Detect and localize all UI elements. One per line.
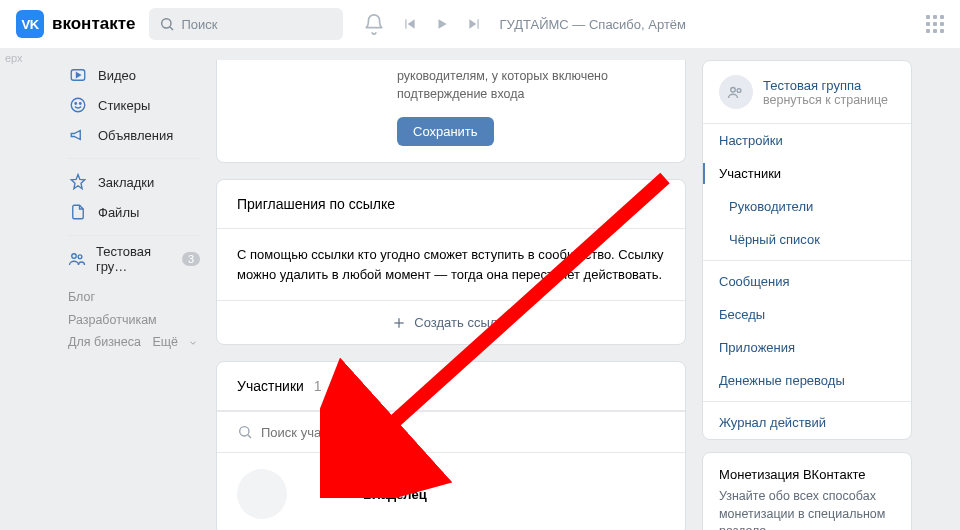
top-header: VK вконтакте Поиск ГУДТАЙМС — Спасибо, А… bbox=[0, 0, 960, 48]
nav-item-stickers[interactable]: Стикеры bbox=[68, 90, 200, 120]
save-button[interactable]: Сохранить bbox=[397, 117, 494, 146]
global-search[interactable]: Поиск bbox=[149, 8, 343, 40]
rp-header[interactable]: Тестовая группа вернуться к странице bbox=[703, 61, 911, 124]
member-row: Владелец bbox=[217, 452, 685, 530]
nav-item-test-group[interactable]: Тестовая гру… 3 bbox=[68, 244, 200, 274]
rp-separator bbox=[703, 260, 911, 261]
members-search-row bbox=[217, 411, 685, 452]
brand-text[interactable]: вконтакте bbox=[52, 14, 135, 34]
svg-point-6 bbox=[72, 254, 77, 259]
nav-label: Стикеры bbox=[98, 98, 150, 113]
card-members: Участники 1 Владелец bbox=[216, 361, 686, 530]
back-to-page[interactable]: вернуться к странице bbox=[763, 93, 888, 107]
rp-menu-log[interactable]: Журнал действий bbox=[703, 406, 911, 439]
rp-menu-messages[interactable]: Сообщения bbox=[703, 265, 911, 298]
page-layout: Видео Стикеры Объявления Закладки Файлы … bbox=[0, 48, 960, 530]
ghost-text: ерх bbox=[5, 52, 23, 64]
members-title-text: Участники bbox=[237, 378, 304, 394]
rp-menu-chats[interactable]: Беседы bbox=[703, 298, 911, 331]
notice-text: руководителям, у которых включено подтве… bbox=[397, 68, 665, 117]
nav-label: Видео bbox=[98, 68, 136, 83]
bell-icon[interactable] bbox=[363, 13, 385, 35]
rp-separator bbox=[703, 401, 911, 402]
svg-point-3 bbox=[71, 98, 85, 112]
monetization-card: Монетизация ВКонтакте Узнайте обо всех с… bbox=[702, 452, 912, 530]
svg-point-4 bbox=[75, 103, 77, 105]
nav-item-video[interactable]: Видео bbox=[68, 60, 200, 90]
plus-icon bbox=[392, 316, 406, 330]
svg-point-5 bbox=[80, 103, 82, 105]
right-sidebar: Тестовая группа вернуться к странице Нас… bbox=[702, 60, 912, 530]
rp-menu-managers[interactable]: Руководители bbox=[703, 190, 911, 223]
footer-link-blog[interactable]: Блог bbox=[68, 290, 95, 304]
rp-menu-transfers[interactable]: Денежные переводы bbox=[703, 364, 911, 397]
prev-track-icon[interactable] bbox=[403, 17, 417, 31]
nav-label: Тестовая гру… bbox=[96, 244, 172, 274]
rp-menu-members[interactable]: Участники bbox=[703, 157, 911, 190]
member-avatar[interactable] bbox=[237, 469, 287, 519]
nav-label: Закладки bbox=[98, 175, 154, 190]
members-card-title: Участники 1 bbox=[217, 362, 685, 411]
search-icon bbox=[237, 424, 253, 440]
footer-link-more[interactable]: Ещё bbox=[152, 335, 178, 349]
next-track-icon[interactable] bbox=[467, 17, 481, 31]
megaphone-icon bbox=[68, 125, 88, 145]
svg-point-12 bbox=[731, 88, 736, 93]
nav-item-files[interactable]: Файлы bbox=[68, 197, 200, 227]
invite-card-body: С помощью ссылки кто угодно сможет вступ… bbox=[217, 229, 685, 300]
search-placeholder: Поиск bbox=[181, 17, 217, 32]
rp-menu: Настройки Участники Руководители Чёрный … bbox=[703, 124, 911, 439]
nav-separator bbox=[68, 158, 200, 159]
star-icon bbox=[68, 172, 88, 192]
nav-label: Объявления bbox=[98, 128, 173, 143]
create-link-button[interactable]: Создать ссылку bbox=[217, 300, 685, 344]
video-icon bbox=[68, 65, 88, 85]
group-icon bbox=[68, 249, 86, 269]
card-confirm-admin: руководителям, у которых включено подтве… bbox=[216, 60, 686, 163]
card-invite-link: Приглашения по ссылке С помощью ссылки к… bbox=[216, 179, 686, 345]
nav-item-ads[interactable]: Объявления bbox=[68, 120, 200, 150]
main-content: руководителям, у которых включено подтве… bbox=[216, 60, 686, 530]
nav-separator bbox=[68, 235, 200, 236]
svg-point-7 bbox=[78, 255, 82, 259]
nav-item-bookmarks[interactable]: Закладки bbox=[68, 167, 200, 197]
search-icon bbox=[159, 16, 175, 32]
left-nav: Видео Стикеры Объявления Закладки Файлы … bbox=[0, 60, 200, 354]
monetization-title: Монетизация ВКонтакте bbox=[719, 467, 895, 482]
svg-point-13 bbox=[737, 89, 741, 93]
play-icon[interactable] bbox=[435, 17, 449, 31]
rp-menu-apps[interactable]: Приложения bbox=[703, 331, 911, 364]
chevron-down-icon bbox=[188, 338, 198, 348]
footer-link-biz[interactable]: Для бизнеса bbox=[68, 335, 141, 349]
smile-icon bbox=[68, 95, 88, 115]
vk-logo-icon[interactable]: VK bbox=[16, 10, 44, 38]
music-track-title[interactable]: ГУДТАЙМС — Спасибо, Артём bbox=[499, 17, 686, 32]
svg-point-10 bbox=[240, 427, 249, 436]
svg-point-0 bbox=[162, 19, 171, 28]
members-search-input[interactable] bbox=[261, 425, 665, 440]
create-link-label: Создать ссылку bbox=[414, 315, 509, 330]
apps-grid-icon[interactable] bbox=[926, 15, 944, 33]
members-count: 1 bbox=[314, 378, 322, 394]
group-name: Тестовая группа bbox=[763, 78, 888, 93]
nav-label: Файлы bbox=[98, 205, 139, 220]
file-icon bbox=[68, 202, 88, 222]
footer-link-dev[interactable]: Разработчикам bbox=[68, 313, 157, 327]
nav-badge: 3 bbox=[182, 252, 200, 266]
rp-menu-blacklist[interactable]: Чёрный список bbox=[703, 223, 911, 256]
right-panel-nav: Тестовая группа вернуться к странице Нас… bbox=[702, 60, 912, 440]
left-footer: Блог Разработчикам Для бизнеса Ещё bbox=[68, 286, 200, 354]
monetization-text: Узнайте обо всех способах монетизации в … bbox=[719, 488, 895, 530]
svg-line-1 bbox=[170, 27, 173, 30]
group-avatar-icon bbox=[719, 75, 753, 109]
member-role: Владелец bbox=[363, 487, 427, 502]
rp-menu-settings[interactable]: Настройки bbox=[703, 124, 911, 157]
invite-card-title: Приглашения по ссылке bbox=[217, 180, 685, 229]
svg-line-11 bbox=[248, 435, 251, 438]
